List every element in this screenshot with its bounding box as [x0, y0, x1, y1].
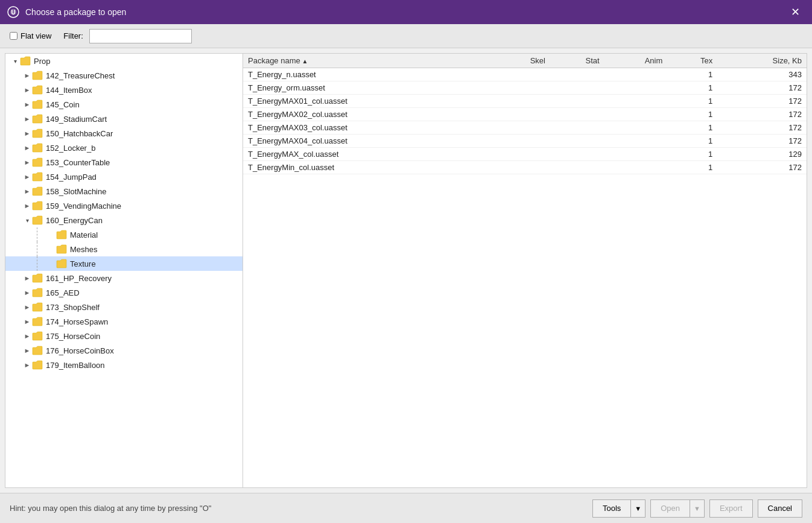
- column-header-tex[interactable]: Tex: [667, 54, 717, 68]
- cell-size: 172: [717, 95, 807, 108]
- table-row[interactable]: T_Energy_n.uasset1343: [243, 68, 807, 81]
- tree-item[interactable]: ▾160_EnergyCan: [5, 213, 243, 227]
- table-row[interactable]: T_Energy_orm.uasset1172: [243, 81, 807, 95]
- tree-line-connector: [37, 227, 46, 242]
- tree-item[interactable]: ►173_ShopShelf: [5, 300, 243, 314]
- column-header-anim[interactable]: Anim: [604, 54, 668, 68]
- tools-button-group: Tools ▼: [592, 499, 645, 518]
- cell-anim: [604, 108, 668, 121]
- tree-item-label: 150_HatchbackCar: [46, 129, 113, 138]
- cell-anim: [604, 148, 668, 161]
- tools-button[interactable]: Tools: [592, 499, 631, 518]
- table-row[interactable]: T_EnergyMAX01_col.uasset1172: [243, 95, 807, 108]
- tree-item[interactable]: ►144_ItemBox: [5, 83, 243, 97]
- table-row[interactable]: T_EnergyMAX03_col.uasset1172: [243, 121, 807, 135]
- cell-anim: [604, 121, 668, 135]
- chevron-icon[interactable]: ►: [22, 317, 32, 326]
- open-button-group: Open ▼: [650, 499, 705, 518]
- folder-icon: [56, 259, 67, 268]
- column-header-name[interactable]: Package name: [243, 54, 493, 68]
- column-header-size[interactable]: Size, Kb: [717, 54, 807, 68]
- folder-icon: [32, 273, 43, 283]
- tree-panel: ▾Prop►142_TreasureChest►144_ItemBox►145_…: [5, 53, 243, 488]
- tree-item[interactable]: ►161_HP_Recovery: [5, 271, 243, 285]
- open-button[interactable]: Open: [650, 499, 690, 518]
- file-table-header: Package nameSkelStatAnimTexSize, Kb: [243, 54, 807, 68]
- tree-line-connector: [37, 256, 46, 271]
- tree-item[interactable]: Meshes: [5, 242, 243, 256]
- chevron-icon[interactable]: ▾: [10, 56, 20, 66]
- tree-item[interactable]: ►145_Coin: [5, 97, 243, 112]
- table-row[interactable]: T_EnergyMAX02_col.uasset1172: [243, 108, 807, 121]
- tree-item[interactable]: ►179_ItemBalloon: [5, 358, 243, 372]
- chevron-icon[interactable]: ►: [22, 100, 32, 109]
- folder-icon: [32, 172, 43, 182]
- tree-item-label: 153_CounterTable: [46, 158, 110, 167]
- tree-item[interactable]: ▾Prop: [5, 54, 243, 68]
- chevron-icon[interactable]: ►: [22, 346, 32, 355]
- tree-item-label: 144_ItemBox: [46, 86, 92, 95]
- tools-dropdown-button[interactable]: ▼: [631, 499, 645, 518]
- folder-icon: [32, 360, 43, 370]
- tree-item[interactable]: ►154_JumpPad: [5, 170, 243, 184]
- table-row[interactable]: T_EnergyMAX_col.uasset1129: [243, 148, 807, 161]
- chevron-icon[interactable]: ►: [22, 71, 32, 80]
- chevron-icon[interactable]: ►: [22, 273, 32, 283]
- tree-item-label: 154_JumpPad: [46, 173, 97, 182]
- flat-view-checkbox[interactable]: [10, 32, 17, 40]
- cell-skel: [493, 68, 550, 81]
- close-button[interactable]: ✕: [786, 5, 805, 19]
- folder-icon: [32, 128, 43, 138]
- tree-item-label: Prop: [34, 57, 50, 66]
- tree-item[interactable]: ►159_VendingMachine: [5, 198, 243, 213]
- chevron-icon[interactable]: ►: [22, 186, 32, 196]
- cell-tex: 1: [667, 135, 717, 148]
- export-button[interactable]: Export: [709, 499, 753, 518]
- tree-item-label: 174_HorseSpawn: [46, 317, 108, 326]
- cell-anim: [604, 161, 668, 174]
- cell-size: 172: [717, 108, 807, 121]
- file-panel: Package nameSkelStatAnimTexSize, Kb T_En…: [243, 53, 807, 488]
- chevron-icon[interactable]: ►: [22, 331, 32, 341]
- chevron-icon[interactable]: ▾: [22, 215, 32, 225]
- tree-item[interactable]: ►142_TreasureChest: [5, 68, 243, 83]
- cancel-button[interactable]: Cancel: [758, 499, 802, 518]
- tree-item[interactable]: ►150_HatchbackCar: [5, 126, 243, 141]
- tree-item[interactable]: ►158_SlotMachine: [5, 184, 243, 198]
- tree-item[interactable]: Texture: [5, 256, 243, 271]
- cell-stat: [550, 161, 604, 174]
- cell-stat: [550, 121, 604, 135]
- filter-input[interactable]: [89, 29, 192, 43]
- tree-item[interactable]: ►149_StadiumCart: [5, 112, 243, 126]
- tree-item[interactable]: ►153_CounterTable: [5, 155, 243, 170]
- chevron-icon[interactable]: ►: [22, 143, 32, 153]
- table-row[interactable]: T_EnergyMin_col.uasset1172: [243, 161, 807, 174]
- table-row[interactable]: T_EnergyMAX04_col.uasset1172: [243, 135, 807, 148]
- open-dropdown-button[interactable]: ▼: [690, 499, 705, 518]
- chevron-icon[interactable]: ►: [22, 172, 32, 182]
- chevron-icon[interactable]: ►: [22, 288, 32, 297]
- chevron-icon[interactable]: ►: [22, 157, 32, 167]
- chevron-icon[interactable]: ►: [22, 302, 32, 312]
- chevron-icon[interactable]: ►: [22, 128, 32, 138]
- tree-item[interactable]: ►165_AED: [5, 285, 243, 300]
- tree-item-label: Meshes: [70, 245, 98, 254]
- column-header-stat[interactable]: Stat: [550, 54, 604, 68]
- folder-icon: [32, 331, 43, 341]
- cell-name: T_EnergyMin_col.uasset: [243, 161, 493, 174]
- chevron-icon[interactable]: ►: [22, 201, 32, 211]
- cell-tex: 1: [667, 121, 717, 135]
- column-header-skel[interactable]: Skel: [493, 54, 550, 68]
- tree-item[interactable]: ►176_HorseCoinBox: [5, 343, 243, 358]
- flat-view-checkbox-label[interactable]: Flat view: [10, 31, 51, 40]
- main-content: ▾Prop►142_TreasureChest►144_ItemBox►145_…: [0, 48, 812, 493]
- tree-item[interactable]: Material: [5, 227, 243, 242]
- folder-icon: [32, 71, 43, 80]
- chevron-icon[interactable]: ►: [22, 114, 32, 124]
- file-scroll-area[interactable]: Package nameSkelStatAnimTexSize, Kb T_En…: [243, 54, 807, 487]
- tree-item[interactable]: ►174_HorseSpawn: [5, 314, 243, 329]
- chevron-icon[interactable]: ►: [22, 85, 32, 95]
- tree-item[interactable]: ►175_HorseCoin: [5, 329, 243, 343]
- tree-item[interactable]: ►152_Locker_b: [5, 141, 243, 155]
- chevron-icon[interactable]: ►: [22, 360, 32, 370]
